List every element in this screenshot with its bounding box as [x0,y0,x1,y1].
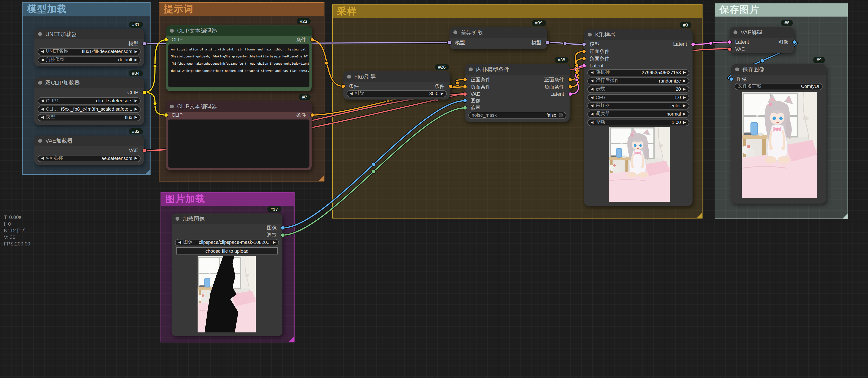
collapse-dot-icon[interactable] [347,75,351,78]
choose-file-button[interactable]: choose file to upload [176,247,278,254]
arrow-right-icon[interactable]: ▶ [134,115,137,119]
arrow-right-icon[interactable]: ▶ [134,49,137,54]
node-header[interactable]: 差异扩散 [450,27,547,38]
conditioning-port-icon[interactable] [310,113,314,117]
collapse-dot-icon[interactable] [735,67,739,71]
image-port-icon[interactable] [280,226,285,230]
prompt-textarea-empty[interactable] [168,119,309,168]
group-title[interactable]: 保存图片 [715,3,847,16]
collapse-dot-icon[interactable] [38,81,42,84]
arrow-right-icon[interactable]: ▶ [134,107,137,111]
widget-weight-dtype[interactable]: ◀ 剪枝类型 default ▶ [38,56,141,64]
arrow-right-icon[interactable]: ▶ [683,78,686,83]
arrow-right-icon[interactable]: ▶ [683,87,686,91]
collapse-dot-icon[interactable] [38,139,42,143]
arrow-left-icon[interactable]: ◀ [591,120,593,124]
widget-noise-mask[interactable]: noise_mask false [468,111,566,118]
arrow-left-icon[interactable]: ◀ [350,91,353,96]
arrow-left-icon[interactable]: ◀ [591,103,593,108]
node-ksampler[interactable]: #3 K采样器 模型 正面条件 负面条件 Latent Latent ◀ 随机种… [584,29,692,206]
node-header[interactable]: CLIP文本编码器 [166,101,312,112]
latent-port-icon[interactable] [568,92,572,96]
arrow-right-icon[interactable]: ▶ [441,91,443,96]
arrow-right-icon[interactable]: ▶ [134,156,137,161]
conditioning-port-icon[interactable] [568,77,572,82]
node-inpaint-model-conditioning[interactable]: #38 内补模型条件 正面条件 负面条件 VAE 图像 遮罩 正面条件 负面条件… [465,64,570,122]
node-header[interactable]: K采样器 [584,29,692,40]
group-title[interactable]: 提示词 [159,3,324,16]
node-header[interactable]: 保存图像 [731,64,826,75]
clip-port-icon[interactable] [142,90,146,95]
widget-denoise[interactable]: ◀ 降噪 1.00 ▶ [587,118,689,126]
widget-image-file[interactable]: ◀ 图像 clipspace/clipspace-mask-10820... ▶ [175,239,279,246]
node-load-image[interactable]: #17 加载图像 图像 遮罩 ◀ 图像 clipspace/clipspace-… [172,213,282,336]
collapse-dot-icon[interactable] [176,217,179,221]
widget-control-after-generate[interactable]: ◀ 运行后操作 randomize ▶ [587,77,689,84]
node-save-image[interactable]: #9 保存图像 图像 文件名前缀 ComfyUI [731,64,826,204]
collapse-dot-icon[interactable] [734,30,738,34]
arrow-left-icon[interactable]: ◀ [41,58,44,62]
arrow-right-icon[interactable]: ▶ [134,99,137,103]
toggle-icon[interactable] [559,113,563,117]
arrow-left-icon[interactable]: ◀ [591,112,593,116]
collapse-dot-icon[interactable] [588,33,592,36]
arrow-right-icon[interactable]: ▶ [683,70,686,75]
node-header[interactable]: 内补模型条件 [465,64,570,75]
conditioning-port-icon[interactable] [448,84,453,89]
node-header[interactable]: 加载图像 [172,213,282,224]
mask-port-icon[interactable] [280,233,285,237]
widget-steps[interactable]: ◀ 步数 20 ▶ [587,85,689,93]
arrow-left-icon[interactable]: ◀ [591,95,593,100]
widget-sampler-name[interactable]: ◀ 采样器 euler ▶ [587,102,689,109]
collapse-dot-icon[interactable] [38,32,42,36]
model-port-icon[interactable] [545,40,550,45]
node-unet-loader[interactable]: #31 UNET加载器 模型 ◀ UNET名称 flux1-fill-dev.s… [34,29,144,67]
arrow-left-icon[interactable]: ◀ [41,107,44,111]
arrow-right-icon[interactable]: ▶ [273,240,276,245]
group-title[interactable]: 图片加载 [161,193,294,206]
collapse-dot-icon[interactable] [170,105,174,109]
conditioning-port-icon[interactable] [568,84,572,89]
collapse-dot-icon[interactable] [170,29,174,33]
widget-clip1[interactable]: ◀ CLIP1 clip_l.safetensors ▶ [38,97,141,104]
widget-filename-prefix[interactable]: 文件名前缀 ComfyUI [735,83,823,90]
group-title[interactable]: 模型加载 [23,3,150,16]
arrow-right-icon[interactable]: ▶ [683,112,686,116]
widget-clip-type[interactable]: ◀ 类型 flux ▶ [38,114,141,121]
node-header[interactable]: CLIP文本编码器 [166,25,312,36]
prompt-textarea[interactable]: An illustration of a girl with pink hair… [168,44,309,88]
model-port-icon[interactable] [142,41,146,46]
node-flux-guidance[interactable]: #26 Flux引导 条件 条件 ◀ 引导 30.0 ▶ [343,71,450,100]
collapse-dot-icon[interactable] [469,67,473,71]
arrow-left-icon[interactable]: ◀ [41,49,44,54]
arrow-right-icon[interactable]: ▶ [683,95,686,100]
graph-canvas[interactable]: 模型加载 提示词 采样 图片加载 保存图片 [0,0,868,378]
node-dualclip-loader[interactable]: #34 双CLIP加载器 CLIP ◀ CLIP1 clip_l.safeten… [34,77,144,125]
widget-scheduler[interactable]: ◀ 调度器 normal ▶ [587,110,689,117]
widget-clip2[interactable]: ◀ CLIP2 t5xxl_fp8_e4m3fn_scaled.safete..… [38,105,141,112]
node-header[interactable]: VAE解码 [730,27,794,38]
node-header[interactable]: UNET加载器 [34,29,144,39]
widget-vae-name[interactable]: ◀ vae名称 ae.safetensors ▶ [38,154,141,162]
node-clip-text-encode-negative[interactable]: #7 CLIP文本编码器 CLIP 条件 [166,101,312,170]
node-header[interactable]: Flux引导 [343,71,450,82]
widget-guidance[interactable]: ◀ 引导 30.0 ▶ [347,90,447,97]
arrow-right-icon[interactable]: ▶ [683,103,686,108]
image-port-icon[interactable] [792,40,796,44]
group-title[interactable]: 采样 [333,5,702,18]
arrow-left-icon[interactable]: ◀ [41,115,44,119]
arrow-left-icon[interactable]: ◀ [591,70,593,75]
arrow-left-icon[interactable]: ◀ [591,78,593,83]
node-header[interactable]: VAE加载器 [34,136,144,146]
node-vae-decode[interactable]: #8 VAE解码 Latent VAE 图像 [730,27,794,53]
widget-unet-name[interactable]: ◀ UNET名称 flux1-fill-dev.safetensors ▶ [38,48,141,55]
arrow-right-icon[interactable]: ▶ [683,120,686,124]
arrow-left-icon[interactable]: ◀ [41,156,44,161]
latent-port-icon[interactable] [690,42,695,46]
node-differential-diffusion[interactable]: #39 差异扩散 模型 模型 [450,27,547,49]
node-clip-text-encode-positive[interactable]: #23 CLIP文本编码器 CLIP 条件 An illustration of… [166,25,312,91]
widget-cfg[interactable]: ◀ CFG 1.0 ▶ [587,94,689,101]
vae-port-icon[interactable] [142,148,146,153]
arrow-left-icon[interactable]: ◀ [591,87,593,91]
arrow-left-icon[interactable]: ◀ [41,99,44,103]
